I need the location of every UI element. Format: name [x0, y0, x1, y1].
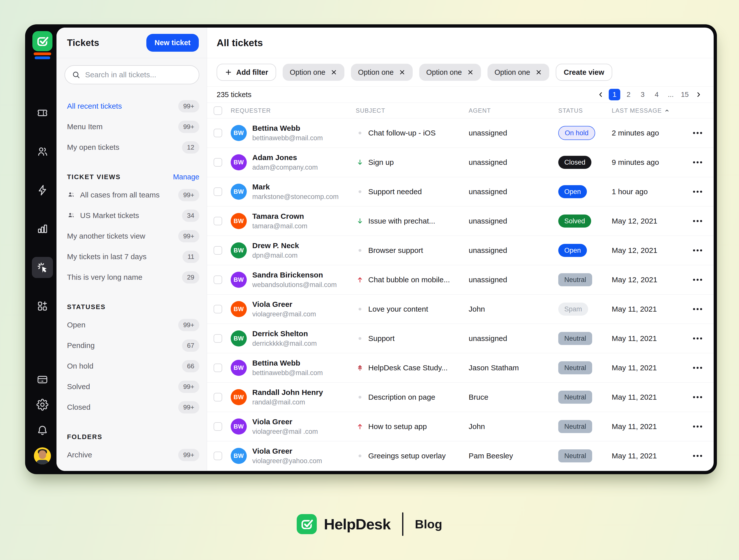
row-menu-icon[interactable] [693, 455, 702, 457]
rail-nav [32, 103, 53, 317]
ticket-row[interactable]: BW Sandra Birickenson webandsolutions@ma… [207, 265, 714, 295]
ticket-row[interactable]: BW Viola Greer violagreer@mail .com How … [207, 412, 714, 441]
search-input[interactable] [85, 70, 192, 79]
page-number[interactable]: 2 [623, 89, 634, 101]
ticket-search[interactable] [64, 65, 199, 84]
click-tracking-icon-active[interactable] [32, 257, 53, 278]
row-menu-icon[interactable] [693, 308, 702, 310]
filter-chip[interactable]: Option one [419, 64, 481, 81]
next-page-icon[interactable] [693, 89, 704, 100]
row-checkbox[interactable] [213, 158, 222, 167]
sidebar-item[interactable]: Pending 67 [67, 335, 199, 356]
row-menu-icon[interactable] [693, 425, 702, 427]
notifications-bell-icon[interactable] [32, 419, 53, 440]
row-checkbox[interactable] [213, 364, 222, 372]
automation-icon[interactable] [32, 180, 53, 201]
row-checkbox[interactable] [213, 129, 222, 137]
row-menu-icon[interactable] [693, 338, 702, 340]
billing-icon[interactable] [32, 369, 53, 390]
page-number[interactable]: 4 [651, 89, 662, 101]
sidebar-item[interactable]: My open tickets 12 [67, 137, 199, 158]
row-checkbox[interactable] [213, 305, 222, 313]
row-menu-icon[interactable] [693, 279, 702, 281]
add-filter-button[interactable]: Add filter [216, 64, 276, 81]
ticket-row[interactable]: BW Viola Greer violagreer@yahoo.com Gree… [207, 441, 714, 471]
count-badge: 11 [182, 251, 199, 263]
sidebar-item[interactable]: US Market tickets 34 [67, 205, 199, 226]
row-menu-icon[interactable] [693, 396, 702, 398]
priority-icon [356, 190, 364, 193]
ticket-row[interactable]: BW Tamara Crown tamara@mail.com Issue wi… [207, 206, 714, 236]
sidebar-item[interactable]: On hold 66 [67, 356, 199, 376]
filter-chip-label: Option one [358, 68, 394, 76]
col-last-message[interactable]: LAST MESSAGE [612, 107, 687, 114]
sidebar-item[interactable]: My tickets in last 7 days 11 [67, 246, 199, 267]
sidebar-item[interactable]: Closed 99+ [67, 397, 199, 417]
ticket-row[interactable]: BW Mark markstone@stonecomp.com Support … [207, 177, 714, 206]
filter-chip[interactable]: Option one [487, 64, 549, 81]
ticket-row[interactable]: BW Viola Greer violagreer@mail.com Love … [207, 295, 714, 324]
page-number[interactable]: 1 [609, 89, 620, 101]
sidebar-item[interactable]: All cases from all teams 99+ [67, 185, 199, 205]
row-menu-icon[interactable] [693, 161, 702, 163]
helpdesk-app-logo[interactable] [32, 31, 52, 59]
filter-chip[interactable]: Option one [283, 64, 344, 81]
create-view-button[interactable]: Create view [556, 64, 612, 81]
ticket-row[interactable]: BW Adam Jones adam@company.com Sign up u… [207, 148, 714, 177]
sidebar-item-label: All cases from all teams [80, 191, 178, 199]
ticket-row[interactable]: BW Randall John Henry randal@mail.com De… [207, 383, 714, 412]
remove-filter-icon[interactable] [330, 69, 337, 76]
col-subject[interactable]: SUBJECT [356, 107, 469, 114]
priority-none-icon [358, 454, 362, 457]
contacts-icon[interactable] [32, 141, 53, 162]
sidebar-nav: All recent tickets 99+ Menu Item 99+ My … [56, 84, 207, 465]
row-checkbox[interactable] [213, 275, 222, 284]
manage-link[interactable]: Manage [173, 173, 199, 181]
row-menu-icon[interactable] [693, 220, 702, 222]
agent-cell: unassigned [469, 158, 558, 167]
ticket-row[interactable]: BW Derrick Shelton derrickkkk@mail.com S… [207, 324, 714, 353]
row-checkbox[interactable] [213, 422, 222, 431]
ticket-row[interactable]: BW Bettina Webb bettinawebb@mail.com Cha… [207, 119, 714, 148]
row-checkbox[interactable] [213, 334, 222, 343]
ticket-row[interactable]: BW Bettina Webb bettinawebb@mail.com Hel… [207, 353, 714, 383]
priority-none-icon [358, 190, 362, 193]
user-avatar[interactable] [34, 447, 51, 464]
page-number[interactable]: 15 [679, 89, 691, 101]
sidebar-item[interactable]: My another tickets view 99+ [67, 226, 199, 246]
col-status[interactable]: STATUS [558, 107, 612, 114]
sidebar-item[interactable]: This is very long name 29 [67, 267, 199, 288]
ticket-row[interactable]: BW Drew P. Neck dpn@mail.com Browser sup… [207, 236, 714, 265]
apps-icon[interactable] [32, 296, 53, 317]
filter-chip[interactable]: Option one [351, 64, 413, 81]
prev-page-icon[interactable] [595, 89, 606, 100]
sidebar-item[interactable]: Archive 99+ [67, 444, 199, 465]
sidebar-item[interactable]: All recent tickets 99+ [67, 96, 199, 117]
new-ticket-button[interactable]: New ticket [146, 34, 199, 52]
row-menu-icon[interactable] [693, 367, 702, 369]
reports-icon[interactable] [32, 218, 53, 239]
tickets-icon[interactable] [32, 103, 53, 124]
sidebar-item[interactable]: Solved 99+ [67, 376, 199, 397]
row-checkbox[interactable] [213, 393, 222, 401]
sidebar-item[interactable]: Menu Item 99+ [67, 117, 199, 137]
row-checkbox[interactable] [213, 451, 222, 460]
page-number[interactable]: 3 [637, 89, 648, 101]
row-checkbox[interactable] [213, 246, 222, 255]
col-requester[interactable]: REQUESTER [231, 107, 356, 114]
sidebar-item-label: Menu Item [67, 123, 178, 131]
row-checkbox[interactable] [213, 217, 222, 225]
last-message-cell: 2 minutes ago [612, 129, 687, 137]
col-agent[interactable]: AGENT [469, 107, 558, 114]
remove-filter-icon[interactable] [535, 69, 542, 76]
sidebar-item[interactable]: Open 99+ [67, 315, 199, 335]
select-all-checkbox[interactable] [213, 107, 222, 115]
row-checkbox[interactable] [213, 187, 222, 196]
row-menu-icon[interactable] [693, 249, 702, 251]
remove-filter-icon[interactable] [467, 69, 474, 76]
settings-gear-icon[interactable] [32, 394, 53, 415]
row-menu-icon[interactable] [693, 132, 702, 134]
remove-filter-icon[interactable] [399, 69, 406, 76]
sidebar-header: Tickets New ticket [56, 28, 207, 58]
row-menu-icon[interactable] [693, 191, 702, 193]
